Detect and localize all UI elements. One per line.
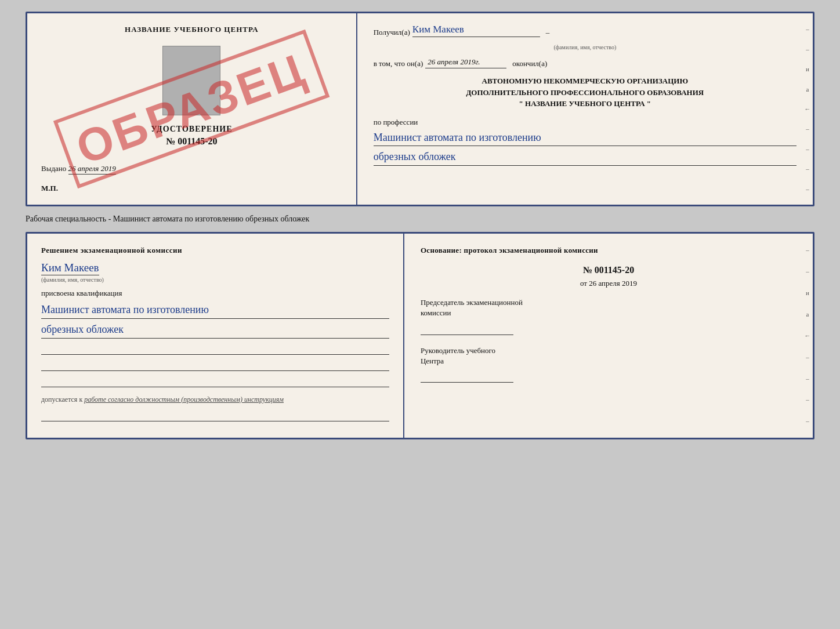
po-professii: по профессии: [374, 118, 796, 127]
photo-placeholder: [162, 46, 220, 115]
sidebar-dashes-top: – – и а ← – – – –: [802, 13, 813, 205]
dopuskaetsya-label: допускается к: [41, 395, 82, 403]
blank-line-2: [41, 359, 389, 371]
blank-line-1: [41, 343, 389, 355]
bottom-certificate: Решением экзаменационной комиссии Ким Ма…: [26, 232, 814, 439]
org-line3: " НАЗВАНИЕ УЧЕБНОГО ЦЕНТРА ": [374, 98, 796, 110]
chairman-title: Председатель экзаменационной комиссии: [421, 297, 796, 318]
udostoverenie-number: № 001145-20: [41, 136, 342, 147]
qualification-block: Машинист автомата по изготовлению обрезн…: [41, 301, 389, 339]
qualification-line1: Машинист автомата по изготовлению: [41, 301, 389, 319]
chairman-signature-line: [421, 323, 513, 335]
vtom-date: 26 апреля 2019г.: [425, 57, 506, 68]
protocol-date-value: 26 апреля 2019: [589, 279, 637, 288]
rukovoditel-signature-line: [421, 371, 513, 383]
top-certificate: НАЗВАНИЕ УЧЕБНОГО ЦЕНТРА УДОСТОВЕРЕНИЕ №…: [26, 12, 814, 206]
protocol-date: от 26 апреля 2019: [421, 279, 796, 288]
osnovanie-title: Основание: протокол экзаменационной коми…: [421, 245, 796, 256]
bottom-left-title: Решением экзаменационной комиссии: [41, 245, 389, 256]
bottom-recipient-name: Ким Макеев: [41, 261, 99, 275]
prisvoena-label: присвоена квалификация: [41, 289, 389, 298]
bottom-name-row: Ким Макеев: [41, 261, 389, 274]
qualification-line2: обрезных обложек: [41, 321, 389, 339]
okonchill-label: окончил(a): [512, 59, 547, 68]
poluchil-label: Получил(a): [374, 28, 410, 37]
vydano-date: 26 апреля 2019: [68, 164, 116, 174]
vydano-label: Выдано: [41, 164, 66, 173]
vtom-label: в том, что он(а): [374, 59, 423, 68]
protocol-number: № 001145-20: [421, 265, 796, 275]
recipient-name-top: Ким Макеев: [412, 24, 540, 37]
profession-block: Машинист автомата по изготовлению обрезн…: [374, 129, 796, 166]
recipient-row: Получил(a) Ким Макеев –: [374, 24, 796, 37]
mp-block: М.П.: [41, 184, 342, 193]
sidebar-dashes-bottom: – – и а ← – – – –: [802, 234, 813, 438]
cert-top-right: Получил(a) Ким Макеев – (фамилия, имя, о…: [357, 13, 813, 205]
blank-line-4: [41, 410, 389, 421]
vtom-row: в том, что он(а) 26 апреля 2019г. окончи…: [374, 57, 796, 68]
profession-line1: Машинист автомата по изготовлению: [374, 129, 796, 147]
ot-label: от: [580, 279, 587, 288]
fio-label-top: (фамилия, имя, отчество): [374, 44, 796, 50]
org-block: АВТОНОМНУЮ НЕКОММЕРЧЕСКУЮ ОРГАНИЗАЦИЮ ДО…: [374, 75, 796, 110]
vydano-block: Выдано 26 апреля 2019: [41, 164, 342, 173]
dopuskaetsya-block: допускается к работе согласно должностны…: [41, 395, 389, 404]
dash1: –: [546, 28, 550, 37]
udostoverenie-block: УДОСТОВЕРЕНИЕ № 001145-20: [41, 125, 342, 147]
cert-top-left: НАЗВАНИЕ УЧЕБНОГО ЦЕНТРА УДОСТОВЕРЕНИЕ №…: [27, 13, 357, 205]
chairman-block: Председатель экзаменационной комиссии: [421, 297, 796, 335]
cert-bottom-left: Решением экзаменационной комиссии Ким Ма…: [27, 234, 404, 438]
profession-line2: обрезных обложек: [374, 148, 796, 166]
specialty-label: Рабочая специальность - Машинист автомат…: [26, 212, 814, 226]
dopuskaetsya-text: работе согласно должностным (производств…: [84, 395, 284, 403]
rukovoditel-block: Руководитель учебного Центра: [421, 346, 796, 383]
blank-line-3: [41, 376, 389, 387]
school-name-top: НАЗВАНИЕ УЧЕБНОГО ЦЕНТРА: [41, 25, 342, 34]
rukovoditel-title: Руководитель учебного Центра: [421, 346, 796, 366]
fio-label-bottom: (фамилия, имя, отчество): [41, 277, 389, 283]
org-line2: ДОПОЛНИТЕЛЬНОГО ПРОФЕССИОНАЛЬНОГО ОБРАЗО…: [374, 87, 796, 99]
cert-bottom-right: Основание: протокол экзаменационной коми…: [404, 234, 813, 438]
org-line1: АВТОНОМНУЮ НЕКОММЕРЧЕСКУЮ ОРГАНИЗАЦИЮ: [374, 75, 796, 87]
udostoverenie-title: УДОСТОВЕРЕНИЕ: [41, 125, 342, 134]
